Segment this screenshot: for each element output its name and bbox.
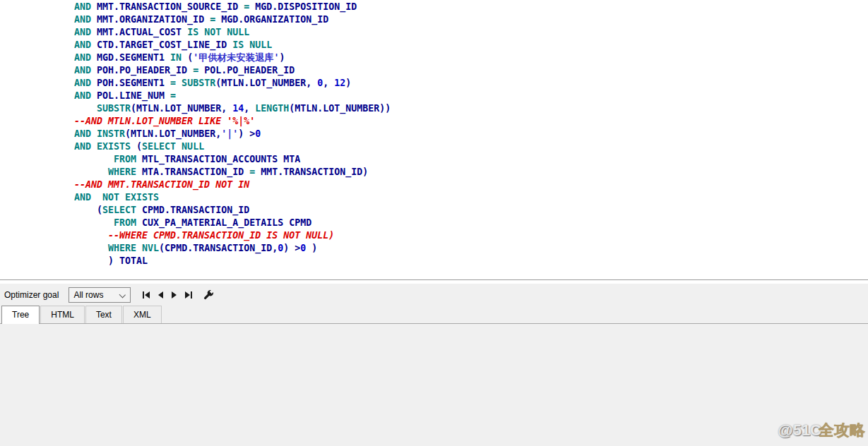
code-token: SELECT bbox=[102, 205, 142, 215]
code-token: WHERE bbox=[108, 167, 142, 177]
code-token: --AND MMT.TRANSACTION_ID NOT IN bbox=[74, 179, 249, 190]
code-token bbox=[74, 167, 108, 177]
code-token: POL.PO_HEADER_ID bbox=[204, 65, 295, 76]
code-line: AND MMT.TRANSACTION_SOURCE_ID = MGD.DISP… bbox=[0, 1, 868, 13]
code-token: 0 bbox=[255, 128, 261, 139]
plan-tabbar: TreeHTMLTextXML bbox=[0, 306, 868, 324]
code-token: (MTLN.LOT_NUMBER)) bbox=[289, 103, 391, 114]
code-line: --WHERE CPMD.TRANSACTION_ID IS NOT NULL) bbox=[0, 229, 868, 242]
code-line: FROM CUX_PA_MATERIAL_A_DETAILS CPMD bbox=[0, 217, 868, 229]
code-token: AND bbox=[74, 90, 97, 101]
go-next-button[interactable] bbox=[167, 288, 182, 302]
code-token: ) bbox=[306, 243, 317, 253]
code-token: ) bbox=[345, 78, 351, 88]
code-token: AND NOT EXISTS bbox=[74, 192, 159, 203]
chevron-down-icon bbox=[119, 291, 126, 298]
code-line: --AND MMT.TRANSACTION_ID NOT IN bbox=[0, 179, 868, 191]
code-token bbox=[74, 154, 114, 164]
code-token: MMT.TRANSACTION_ID) bbox=[261, 167, 368, 177]
code-token bbox=[74, 243, 108, 253]
code-token: CPMD.TRANSACTION_ID bbox=[142, 205, 249, 215]
go-first-icon bbox=[141, 291, 151, 299]
code-token: ( bbox=[187, 52, 193, 63]
go-first-button[interactable] bbox=[139, 288, 153, 302]
code-token: ) TOTAL bbox=[74, 255, 148, 266]
code-line: AND MMT.ORGANIZATION_ID = MGD.ORGANIZATI… bbox=[0, 13, 868, 26]
code-token: = bbox=[249, 167, 261, 177]
code-line: WHERE NVL(CPMD.TRANSACTION_ID,0) >0 ) bbox=[0, 242, 868, 255]
settings-wrench-button[interactable] bbox=[201, 288, 215, 302]
code-line: AND CTD.TARGET_COST_LINE_ID IS NULL bbox=[0, 39, 868, 52]
code-line: AND POH.PO_HEADER_ID = POL.PO_HEADER_ID bbox=[0, 64, 868, 77]
code-token: (MTLN.LOT_NUMBER, bbox=[125, 128, 221, 139]
code-token: = SUBSTR bbox=[170, 78, 215, 88]
code-token: WHERE NVL bbox=[108, 243, 159, 253]
code-token: = bbox=[170, 90, 176, 101]
code-token: POL.LINE_NUM bbox=[97, 90, 170, 101]
code-token: CTD.TARGET_COST_LINE_ID bbox=[97, 40, 232, 50]
code-token: MTL_TRANSACTION_ACCOUNTS MTA bbox=[142, 154, 300, 164]
code-token: , bbox=[244, 103, 255, 114]
code-token: ( bbox=[74, 205, 102, 215]
plan-toolbar: Optimizer goal All rows bbox=[0, 284, 868, 306]
code-line: AND POH.SEGMENT1 = SUBSTR(MTLN.LOT_NUMBE… bbox=[0, 77, 868, 90]
tab-tree[interactable]: Tree bbox=[1, 306, 40, 324]
code-token: (CPMD.TRANSACTION_ID, bbox=[159, 243, 278, 253]
code-token: POH.PO_HEADER_ID bbox=[97, 65, 193, 76]
code-line: AND INSTR(MTLN.LOT_NUMBER,'|') >0 bbox=[0, 128, 868, 140]
code-line: AND MGD.SEGMENT1 IN ('甲供材未安装退库') bbox=[0, 52, 868, 64]
code-line: SUBSTR(MTLN.LOT_NUMBER, 14, LENGTH(MTLN.… bbox=[0, 102, 868, 115]
code-token: AND bbox=[74, 27, 97, 37]
plsql-explain-plan-window: AND MMT.TRANSACTION_SOURCE_ID = MGD.DISP… bbox=[0, 0, 868, 446]
tab-xml[interactable]: XML bbox=[123, 306, 162, 323]
code-token: CUX_PA_MATERIAL_A_DETAILS CPMD bbox=[142, 217, 311, 228]
optimizer-goal-select[interactable]: All rows bbox=[69, 287, 131, 303]
code-token: MGD.DISPOSITION_ID bbox=[255, 1, 357, 12]
explain-plan-panel: Optimizer goal All rows bbox=[0, 284, 868, 446]
code-token: IS NOT NULL bbox=[187, 27, 249, 37]
code-token: IN bbox=[170, 52, 187, 63]
code-token: SUBSTR bbox=[97, 103, 131, 114]
code-token: AND INSTR bbox=[74, 128, 125, 139]
tab-text[interactable]: Text bbox=[85, 306, 122, 323]
code-token: AND bbox=[74, 14, 97, 25]
code-line: --AND MTLN.LOT_NUMBER LIKE '%|%' bbox=[0, 115, 868, 128]
go-last-button[interactable] bbox=[182, 288, 196, 302]
code-token: MGD.SEGMENT1 bbox=[97, 52, 170, 63]
code-token: AND bbox=[74, 1, 97, 12]
code-token: FROM bbox=[114, 154, 142, 164]
go-last-icon bbox=[184, 291, 194, 299]
code-line: AND POL.LINE_NUM = bbox=[0, 90, 868, 102]
code-token: MMT.TRANSACTION_SOURCE_ID bbox=[97, 1, 244, 12]
go-next-icon bbox=[170, 291, 179, 299]
code-token: = bbox=[244, 1, 255, 12]
wrench-icon bbox=[203, 289, 214, 300]
go-previous-button[interactable] bbox=[153, 288, 167, 302]
code-token: IS NULL bbox=[232, 40, 272, 50]
code-token: 14 bbox=[232, 103, 244, 114]
code-token: ) bbox=[280, 52, 285, 63]
code-token: (MTLN.LOT_NUMBER, bbox=[215, 78, 317, 88]
optimizer-goal-label: Optimizer goal bbox=[4, 290, 59, 300]
code-token: , bbox=[323, 78, 334, 88]
code-token: MMT.ACTUAL_COST bbox=[97, 27, 187, 37]
code-token bbox=[74, 217, 114, 228]
code-line: AND NOT EXISTS bbox=[0, 191, 868, 204]
code-line: AND MMT.ACTUAL_COST IS NOT NULL bbox=[0, 26, 868, 39]
code-token: MTA.TRANSACTION_ID bbox=[142, 167, 249, 177]
code-token: (MTLN.LOT_NUMBER, bbox=[131, 103, 232, 114]
tab-html[interactable]: HTML bbox=[40, 306, 85, 323]
go-previous-icon bbox=[156, 291, 165, 299]
code-token: ( bbox=[136, 141, 142, 152]
code-token: LENGTH bbox=[255, 103, 289, 114]
code-token: AND bbox=[74, 78, 97, 88]
code-token: --AND MTLN.LOT_NUMBER LIKE '%|%' bbox=[74, 116, 255, 126]
sql-editor[interactable]: AND MMT.TRANSACTION_SOURCE_ID = MGD.DISP… bbox=[0, 0, 868, 279]
code-line: FROM MTL_TRANSACTION_ACCOUNTS MTA bbox=[0, 153, 868, 166]
code-token: 12 bbox=[334, 78, 345, 88]
optimizer-goal-value: All rows bbox=[73, 290, 103, 300]
code-token: AND bbox=[74, 40, 97, 50]
code-token: POH.SEGMENT1 bbox=[97, 78, 170, 88]
code-line: (SELECT CPMD.TRANSACTION_ID bbox=[0, 204, 868, 217]
code-token: --WHERE CPMD.TRANSACTION_ID IS NOT NULL) bbox=[74, 230, 334, 241]
